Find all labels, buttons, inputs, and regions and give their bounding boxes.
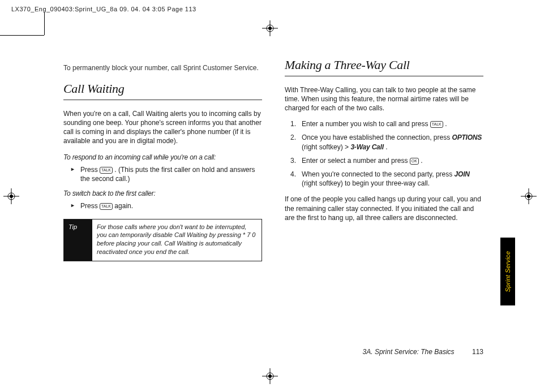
section-tab-label: Sprint Service <box>504 251 511 292</box>
page-content: To permanently block your number, call S… <box>63 57 483 261</box>
section-tab: Sprint Service <box>500 238 515 305</box>
crop-mark <box>44 12 45 35</box>
talk-key-icon: TALK <box>430 121 443 128</box>
heading-rule <box>63 100 262 100</box>
heading-three-way: Making a Three-Way Call <box>285 57 483 74</box>
tip-label: Tip <box>64 219 92 261</box>
subheading: To respond to an incoming call while you… <box>63 153 262 162</box>
tip-box: Tip For those calls where you don't want… <box>63 219 262 261</box>
registration-mark-icon <box>262 20 278 36</box>
talk-key-icon: TALK <box>100 203 113 210</box>
print-header: LX370_Eng_090403:Sprint_UG_8a 09. 04. 04… <box>11 6 196 12</box>
page-footer: 3A. Sprint Service: The Basics 113 <box>363 348 483 356</box>
left-column: To permanently block your number, call S… <box>63 57 262 261</box>
step-item: When you're connected to the second part… <box>285 170 483 188</box>
body-text: When you're on a call, Call Waiting aler… <box>63 109 262 146</box>
heading-rule <box>285 76 483 76</box>
list-item: Press TALK . (This puts the first caller… <box>63 165 262 183</box>
step-item: Once you have established the connection… <box>285 133 483 151</box>
right-column: Making a Three-Way Call With Three-Way C… <box>285 57 483 261</box>
registration-mark-icon <box>3 188 19 204</box>
step-item: Enter a number you wish to call and pres… <box>285 119 483 128</box>
intro-text: To permanently block your number, call S… <box>63 63 262 72</box>
body-text: With Three-Way Calling, you can talk to … <box>285 85 483 113</box>
crop-mark <box>0 35 44 36</box>
registration-mark-icon <box>521 188 537 204</box>
heading-call-waiting: Call Waiting <box>63 80 262 97</box>
page-number: 113 <box>472 348 483 356</box>
step-item: Enter or select a number and press OK . <box>285 156 483 165</box>
list-item: Press TALK again. <box>63 201 262 210</box>
ok-key-icon: OK <box>410 158 419 165</box>
subheading: To switch back to the first caller: <box>63 189 262 198</box>
talk-key-icon: TALK <box>100 167 113 174</box>
body-text: If one of the people you called hangs up… <box>285 195 483 222</box>
tip-body: For those calls where you don't want to … <box>92 219 262 261</box>
footer-section: 3A. Sprint Service: The Basics <box>363 348 455 356</box>
registration-mark-icon <box>262 368 278 384</box>
